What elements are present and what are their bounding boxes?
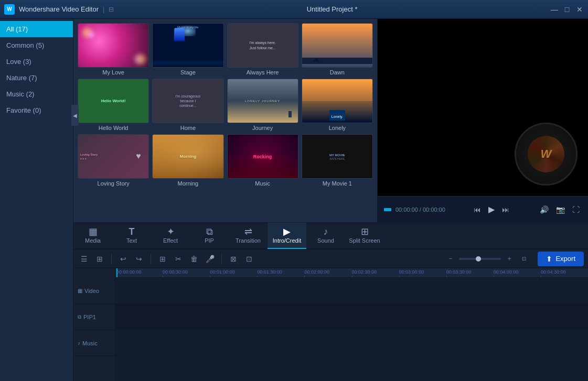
- helloworld-text: Hello World!: [101, 99, 126, 103]
- template-item-lonely[interactable]: Lonely. Lonely: [302, 79, 373, 131]
- tool-media-button[interactable]: ▦ Media: [73, 223, 112, 249]
- close-button[interactable]: ✕: [575, 5, 584, 14]
- fullscreen-button[interactable]: ⛶: [570, 204, 582, 215]
- template-label-home: Home: [180, 125, 196, 131]
- toggle-view-list-button[interactable]: ☰: [78, 253, 90, 265]
- text-icon: T: [129, 227, 135, 236]
- maximize-button[interactable]: □: [563, 5, 571, 14]
- template-label-music: Music: [255, 180, 270, 187]
- timeline-toolbar: ☰ ⊞ ↩ ↪ ⊞ ✂ 🗑 🎤 ⊠ ⊡ － ＋: [73, 249, 588, 268]
- media-icon: ▦: [89, 227, 98, 236]
- mymovie-text: MY MOVIE DATE HERE: [329, 153, 345, 160]
- export-icon: ⬆: [546, 255, 552, 263]
- timeline-content: 00:00:00:00 00:00:30:00 00:01:00:00 00:0…: [115, 268, 588, 381]
- lonely-text: Lonely.: [332, 115, 343, 118]
- mix-audio-button[interactable]: ⊡: [243, 253, 255, 265]
- template-item-stage[interactable]: Music is my life Stage: [152, 23, 223, 75]
- window-title: Untitled Project *: [307, 5, 358, 13]
- template-item-alwayshere[interactable]: I'm always here.Just follow me... Always…: [227, 23, 298, 75]
- track-rows: [115, 278, 588, 356]
- template-item-mylove[interactable]: My Love: [78, 23, 149, 75]
- content-area: My Love Music is my life Stage: [73, 19, 588, 381]
- video-track-icon: ▦: [78, 288, 82, 293]
- sidebar-item-all[interactable]: All (17): [0, 21, 73, 37]
- template-item-helloworld[interactable]: Hello World! Hello World: [78, 79, 149, 131]
- template-thumb-stage: Music is my life: [152, 23, 223, 68]
- zoom-out-button[interactable]: －: [444, 253, 457, 265]
- app-name: Wondershare Video Editor: [19, 5, 99, 13]
- template-item-morning[interactable]: Morning Morning: [152, 134, 223, 187]
- zoom-slider[interactable]: [459, 258, 501, 260]
- template-label-lonely: Lonely: [329, 125, 346, 131]
- template-label-mymovie: My Movie 1: [323, 180, 352, 187]
- template-item-music[interactable]: Rocking Music: [227, 134, 298, 187]
- zoom-in-button[interactable]: ＋: [503, 253, 516, 265]
- tool-pip-button[interactable]: ⧉ PIP: [190, 223, 229, 249]
- toggle-view-grid-button[interactable]: ⊞: [93, 253, 106, 265]
- template-thumb-helloworld: Hello World!: [78, 79, 149, 123]
- template-item-home[interactable]: I'm courageousbecause Icontinue... Home: [152, 79, 223, 131]
- timeline-area: ☰ ⊞ ↩ ↪ ⊞ ✂ 🗑 🎤 ⊠ ⊡ － ＋: [73, 249, 588, 381]
- template-label-morning: Morning: [178, 180, 199, 187]
- sidebar-item-music[interactable]: Music (2): [0, 86, 73, 102]
- snapshot-button[interactable]: 📷: [554, 204, 567, 215]
- record-button[interactable]: 🎤: [204, 253, 216, 265]
- timeline-ruler: 00:00:00:00 00:00:30:00 00:01:00:00 00:0…: [115, 268, 588, 278]
- template-thumb-home: I'm courageousbecause Icontinue...: [152, 79, 223, 123]
- template-item-journey[interactable]: LONELY JOURNEY Journey: [227, 79, 298, 131]
- sidebar-item-common[interactable]: Common (5): [0, 37, 73, 53]
- layout-icon: ⊟: [109, 6, 114, 13]
- sidebar-item-love[interactable]: Love (3): [0, 53, 73, 70]
- home-text: I'm courageousbecause Icontinue...: [176, 94, 201, 108]
- template-label-dawn: Dawn: [330, 69, 345, 75]
- music-text: Rocking: [253, 154, 272, 159]
- sidebar-item-nature[interactable]: Nature (7): [0, 70, 73, 86]
- tool-intro-credit-button[interactable]: ▶ Intro/Credit: [268, 223, 306, 249]
- track-label-video: ▦ Video: [73, 278, 115, 304]
- transition-icon: ⇌: [244, 227, 252, 236]
- pip-icon: ⧉: [206, 227, 213, 236]
- preview-time-area: 00:00:00 / 00:00:00: [384, 206, 445, 213]
- undo-button[interactable]: ↩: [117, 253, 130, 265]
- step-back-button[interactable]: ⏮: [472, 204, 483, 215]
- redo-button[interactable]: ↪: [133, 253, 145, 265]
- add-media-button[interactable]: ⊞: [156, 253, 169, 265]
- export-button[interactable]: ⬆ Export: [538, 252, 584, 266]
- preview-panel: W 00:00:00 / 00:00:00 ⏮ ▶ ⏭ 🔊: [378, 19, 588, 222]
- titlebar-controls: — □ ✕: [550, 5, 584, 14]
- ruler-mark-0: 00:00:00:00: [116, 269, 142, 275]
- zoom-thumb: [476, 256, 481, 262]
- tool-text-button[interactable]: T Text: [112, 223, 151, 249]
- track-labels: ▦ Video ⧉ PIP1 ♪ Music: [73, 268, 115, 381]
- delete-button[interactable]: 🗑: [188, 253, 200, 265]
- template-thumb-alwayshere: I'm always here.Just follow me...: [227, 23, 298, 68]
- step-forward-button[interactable]: ⏭: [500, 204, 511, 215]
- top-section: My Love Music is my life Stage: [73, 19, 588, 223]
- tool-sound-button[interactable]: ♪ Sound: [306, 223, 345, 249]
- template-thumb-journey: LONELY JOURNEY: [227, 79, 298, 123]
- fit-timeline-button[interactable]: ⊡: [518, 253, 530, 265]
- template-thumb-dawn: [302, 23, 373, 68]
- sound-icon: ♪: [324, 227, 328, 236]
- sidebar-item-favorite[interactable]: Favorite (0): [0, 102, 73, 118]
- separator-icon: |: [103, 6, 104, 13]
- video-track-row: [115, 278, 588, 304]
- template-thumb-lonely: Lonely.: [302, 79, 373, 123]
- tool-effect-button[interactable]: ✦ Effect: [151, 223, 190, 249]
- heart-icon: ♥: [136, 151, 146, 162]
- volume-button[interactable]: 🔊: [538, 204, 551, 215]
- minimize-button[interactable]: —: [550, 5, 559, 14]
- toolbar-separator-2: [151, 254, 151, 264]
- detach-audio-button[interactable]: ⊠: [227, 253, 240, 265]
- track-label-pip1: ⧉ PIP1: [73, 304, 115, 330]
- play-button[interactable]: ▶: [486, 203, 497, 215]
- template-grid-container[interactable]: My Love Music is my life Stage: [73, 19, 378, 222]
- sidebar-collapse-button[interactable]: ◀: [71, 105, 79, 126]
- template-item-mymovie[interactable]: MY MOVIE DATE HERE My Movie 1: [302, 134, 373, 187]
- tool-transition-button[interactable]: ⇌ Transition: [229, 223, 268, 249]
- tool-split-screen-button[interactable]: ⊞ Split Screen: [345, 223, 384, 249]
- template-item-dawn[interactable]: Dawn: [302, 23, 373, 75]
- template-label-mylove: My Love: [102, 69, 124, 75]
- cut-button[interactable]: ✂: [172, 253, 185, 265]
- template-item-lovingstory[interactable]: Loving Story ♥ ♥ ♥ ♥ Loving Story: [78, 134, 149, 187]
